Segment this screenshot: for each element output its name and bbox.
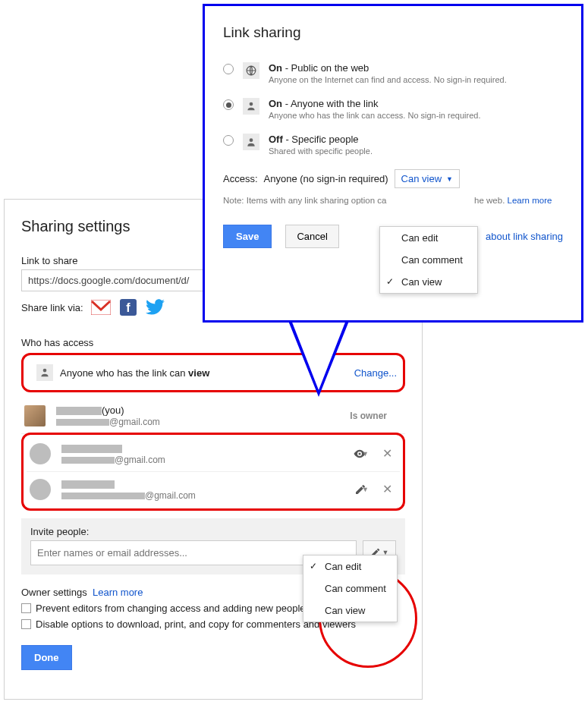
invite-label: Invite people: bbox=[30, 526, 396, 537]
caret-down-icon: ▼ bbox=[362, 486, 369, 493]
change-link[interactable]: Change... bbox=[354, 367, 397, 379]
shared-users-block: @gmail.com ▼ ✕ @gmail.com ▼ ✕ bbox=[21, 433, 405, 511]
link-sharing-title: Link sharing bbox=[223, 24, 563, 41]
done-button[interactable]: Done bbox=[21, 645, 72, 670]
menu-item-can-edit[interactable]: ✓Can edit bbox=[303, 556, 397, 578]
checkbox-label: Prevent editors from changing access and… bbox=[36, 603, 306, 614]
menu-item-can-view[interactable]: ✓Can view bbox=[380, 271, 477, 293]
avatar bbox=[24, 405, 46, 426]
access-permission-menu: Can edit Can comment ✓Can view bbox=[379, 226, 478, 294]
learn-more-link[interactable]: Learn more bbox=[93, 587, 143, 598]
radio-button[interactable] bbox=[223, 99, 234, 110]
avatar bbox=[30, 443, 51, 464]
access-line: Access: Anyone (no sign-in required) Can… bbox=[223, 169, 563, 188]
callout-pointer bbox=[291, 320, 346, 390]
option-public[interactable]: On - Public on the web Anyone on the Int… bbox=[223, 62, 563, 84]
svg-point-7 bbox=[250, 138, 253, 142]
redacted-name bbox=[61, 480, 115, 489]
menu-item-can-comment[interactable]: Can comment bbox=[380, 249, 477, 271]
twitter-icon[interactable] bbox=[146, 299, 165, 316]
invite-box: Invite people: ▼ ✓Can edit Can comment C… bbox=[21, 518, 405, 574]
learn-more-link[interactable]: Learn more bbox=[508, 196, 552, 205]
redacted-name bbox=[61, 445, 122, 453]
invite-permission-menu: ✓Can edit Can comment Can view bbox=[303, 555, 398, 622]
owner-label: Is owner bbox=[350, 411, 387, 421]
remove-user-button[interactable]: ✕ bbox=[382, 446, 392, 461]
permission-dropdown[interactable]: ▼ bbox=[353, 447, 369, 461]
caret-down-icon: ▼ bbox=[362, 450, 369, 458]
checkbox-disable-download[interactable] bbox=[21, 619, 31, 629]
option-anyone-link[interactable]: On - Anyone with the link Anyone who has… bbox=[223, 98, 563, 120]
access-permission-dropdown[interactable]: Can view ▼ bbox=[395, 169, 460, 188]
svg-point-4 bbox=[359, 452, 361, 455]
svg-point-3 bbox=[43, 369, 47, 373]
user-row: @gmail.com ▼ ✕ bbox=[27, 436, 400, 472]
person-icon bbox=[243, 134, 259, 150]
link-person-icon bbox=[36, 364, 53, 381]
gmail-icon[interactable] bbox=[91, 300, 111, 315]
cancel-button[interactable]: Cancel bbox=[285, 225, 338, 248]
link-person-icon bbox=[243, 98, 259, 115]
radio-button[interactable] bbox=[223, 64, 234, 74]
radio-button[interactable] bbox=[223, 135, 234, 146]
svg-text:f: f bbox=[126, 301, 130, 314]
redacted-name bbox=[56, 407, 102, 415]
globe-icon bbox=[243, 62, 259, 79]
menu-item-can-comment[interactable]: Can comment bbox=[303, 578, 397, 600]
facebook-icon[interactable]: f bbox=[120, 299, 137, 316]
save-button[interactable]: Save bbox=[223, 225, 272, 248]
menu-item-can-edit[interactable]: Can edit bbox=[380, 227, 477, 249]
remove-user-button[interactable]: ✕ bbox=[382, 482, 392, 496]
link-sharing-note: Note: Items with any link sharing option… bbox=[223, 196, 563, 205]
caret-down-icon: ▼ bbox=[446, 175, 453, 183]
option-specific[interactable]: Off - Specific people Shared with specif… bbox=[223, 134, 563, 156]
avatar bbox=[30, 479, 51, 500]
share-via-label: Share link via: bbox=[21, 302, 83, 313]
user-row-owner: (you) @gmail.com Is owner bbox=[21, 398, 405, 434]
user-row: @gmail.com ▼ ✕ bbox=[27, 472, 400, 507]
checkbox-prevent-editors[interactable] bbox=[21, 603, 31, 613]
svg-point-6 bbox=[250, 102, 253, 106]
check-icon: ✓ bbox=[310, 561, 317, 571]
permission-dropdown[interactable]: ▼ bbox=[354, 483, 369, 496]
menu-item-can-view[interactable]: Can view bbox=[303, 600, 397, 622]
learn-about-link[interactable]: about link sharing bbox=[486, 231, 563, 242]
check-icon: ✓ bbox=[386, 276, 394, 287]
